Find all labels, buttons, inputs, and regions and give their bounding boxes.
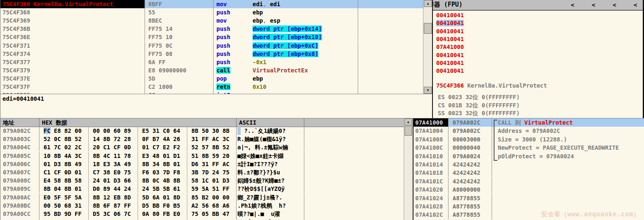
register-value-row[interactable]: 00410041 [436,12,464,19]
dump-row[interactable]: 079A006C01 D3 8B 4918 E3 3A 498B 34 8B 0… [0,160,404,168]
dump-comment-cell [304,185,404,193]
register-value: 00410041 [436,28,464,35]
register-value-row[interactable]: 00410041 [436,51,464,59]
stack-address-cell: 07A41028 [414,202,448,211]
panel-collapse-button[interactable]: < [610,0,619,9]
hex-group-cell: E0 5F 5F 5A [39,193,89,201]
stack-row[interactable]: 07A41024A8778855 [414,194,644,202]
dump-row[interactable]: 079A003C52 0C 8B 5214 8B 72 280F B7 4A 2… [0,135,404,143]
register-value-row[interactable]: 07A41000 [436,43,464,51]
dump-address-cell: 079A006C [0,160,39,168]
register-value-row[interactable]: 00410041 [436,59,464,67]
dump-address-cell: 079A005C [0,152,39,160]
disasm-row[interactable]: 75C4F37FC2 1000retn0x10 [0,83,423,91]
bytes-cell: FF75 14 [145,25,214,33]
stack-value-cell: 079A002C [448,118,492,127]
hex-group-cell: 0F B7 4A 26 [138,135,187,143]
segment-register-row[interactable]: SS 0023 32位 0(FFFFFFFF) [438,109,520,117]
disasm-row[interactable]: 75C4F3698BECmovebp, esp [0,16,423,25]
bytes-cell: 5D [145,74,214,83]
bytes-cell: 8BFF [145,0,214,8]
scroll-up-button[interactable]: ▲ [405,118,412,125]
disassembly-pane: 75C4F366 KernelBa.VirtualProtect8BFFmove… [0,0,423,94]
dump-header-ascii: ASCII [237,118,304,127]
register-value-row[interactable]: 00410041 [436,67,464,75]
dump-row[interactable]: 079A00BC00 50 68 318B 6F 87 FFD5 BB F0 B… [0,201,404,210]
register-value-row[interactable]: 00410041 [436,28,464,35]
scroll-down-button[interactable]: ▼ [424,87,432,94]
stack-row[interactable]: 07A4101842424242 [414,169,644,177]
stack-address-cell: 07A41008 [414,135,448,144]
operand: ebp [253,9,263,16]
hex-group-cell: 00 00 60 89 [89,127,138,135]
selected-ascii-char [237,127,241,135]
disasm-row[interactable]: 75C4F36EFF75 10pushdword ptr [ebp+0x10] [0,33,423,41]
disasm-row[interactable]: 75C4F36855pushebp [0,8,423,16]
operand: 0x10 [253,83,267,90]
hex-group-cell: 59 5A 51 FF [187,185,237,193]
dump-row[interactable]: 079A007CC1 CF 0D 01C7 38 E0 75F6 03 7D F… [0,168,404,176]
stack-row[interactable]: 07A41000079A002CCALL 到 VirtualProtect [414,118,644,127]
hex-dump-pane: 地址 HEX 数据 ASCII 079A002CFC E8 82 0000 00… [0,118,404,220]
panel-collapse-button[interactable]: < [631,0,639,9]
stack-row[interactable]: 07A41004079A002CAddress = 079A002C [414,127,644,135]
panel-collapse-button[interactable]: < [568,0,577,9]
scrollbar-thumb[interactable] [405,126,412,136]
dump-row[interactable]: 079A008CE4 58 8B 5824 01 D3 668B 0C 4B 8… [0,176,404,185]
mnemonic-text: retn [216,83,230,90]
hex-group-cell: 00 50 68 31 [39,201,89,210]
disasm-row[interactable]: 75C4F3776A FFpush-0x1 [0,58,423,66]
scrollbar-thumb[interactable] [424,23,432,34]
register-value-row[interactable]: 00410041 [436,19,464,27]
register-value: 00410041 [436,60,464,66]
disasm-row[interactable]: 75C4F374FF75 08pushdword ptr [ebp+0x8] [0,50,423,58]
dump-row[interactable]: 079A005C10 8B 4A 3C8B 4C 11 78E3 48 01 D… [0,152,404,160]
hex-group-cell: 8B 04 8B 01 [39,185,89,193]
disassembly-scrollbar[interactable]: ▲ ▼ [423,0,433,94]
disasm-row[interactable]: 75C4F371FF75 0Cpushdword ptr [ebp+0xC] [0,42,423,50]
comment-cell [358,0,423,8]
call-arguments-bracket [494,120,497,161]
dump-address-cell: 079A003C [0,135,39,143]
ascii-cell: a|¬, 料.±氞騌w婻 [237,143,304,151]
stack-row[interactable]: 07A4101C42424242 [414,177,644,185]
disasm-row[interactable]: 75C4F379E8 09000000callVirtualProtectEx [0,66,423,74]
address-cell: 75C4F366 KernelBa.VirtualProtect [0,0,145,8]
dump-row[interactable]: 079A002CFC E8 82 0000 00 60 89E5 31 C0 6… [0,127,404,135]
disasm-row[interactable]: 75C4F36BFF75 14pushdword ptr [ebp+0x14] [0,25,423,33]
eip-label: KernelBa.VirtualProtect [464,82,547,89]
hex-group-cell: E5 31 C0 64 [138,127,187,135]
disasm-row[interactable]: 75C4F382CCint3 [0,91,423,94]
ascii-cell: ±計I■?I???ÿ? [237,160,304,168]
register-value: 00410041 [436,52,464,58]
disasm-row[interactable]: 75C4F366 KernelBa.VirtualProtect8BFFmove… [0,0,423,8]
instruction-cell: pushebp [214,8,358,16]
dump-row[interactable]: 079A004C61 7C 02 2C20 C1 CF 0D01 C7 E2 F… [0,143,404,151]
stack-row[interactable]: 07A4101442424242 [414,160,644,169]
disasm-row[interactable]: 75C4F37E5Dpopebp [0,74,423,83]
stack-address-cell: 07A41004 [414,127,448,135]
stack-row[interactable]: 07A4100C00000040NewProtect = PAGE_EXECUT… [414,144,644,152]
dump-row[interactable]: 079A009C8B 04 8B 01D0 89 44 2424 5B 5B 6… [0,185,404,193]
dump-row[interactable]: 079A00ACE0 5F 5F 5A8B 12 EB 8D5D 6A 01 8… [0,193,404,201]
dump-scrollbar[interactable]: ▲ [404,118,413,220]
segment-register-row[interactable]: CS 001B 32位 0(FFFFFFFF) [438,102,520,109]
scroll-up-button[interactable]: ▲ [424,0,432,7]
stack-value-cell: 42424242 [448,177,492,185]
eip-row[interactable]: 75C4F366 KernelBa.VirtualProtect [436,82,547,90]
stack-value-cell: 00003000 [448,135,492,144]
mnemonic: push [216,50,253,58]
stack-row[interactable]: 07A41028A8778855 [414,202,644,211]
stack-row[interactable]: 07A41010079A0024pOldProtect = 079A0024 [414,152,644,160]
panel-collapse-button[interactable]: < [589,0,598,9]
segment-register-row[interactable]: ES 0023 32位 0(FFFFFFFF) [438,93,520,101]
eip-address: 75C4F366 [436,82,464,89]
stack-row[interactable]: 07A4100800003000Size = 3000 (12288.) [414,135,644,144]
mnemonic: mov [216,0,253,8]
register-value-row[interactable]: 00410041 [436,35,464,43]
dump-row[interactable]: 079A00DC13 72 6F 6A00 53 FF D563 61 6C 6… [0,218,404,220]
mnemonic: push [216,8,253,16]
stack-row[interactable]: 07A41020A8000000 [414,185,644,194]
dump-row[interactable]: 079A00CC95 BD 9D FFD5 3C 06 7C0A 80 FB E… [0,210,404,218]
ascii-cell: .roj.S?calc.exe [237,218,304,220]
